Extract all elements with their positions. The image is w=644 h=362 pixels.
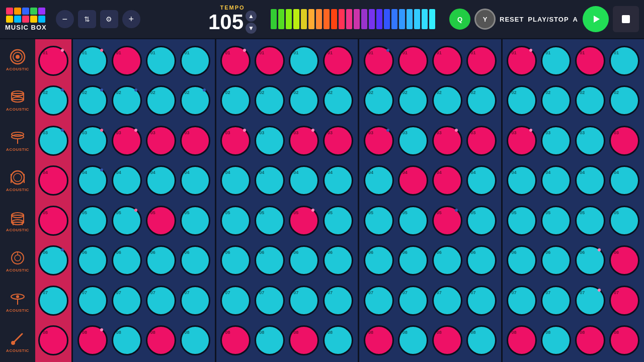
pad-s1-r1-c2[interactable]: 01 [112,46,142,76]
pad-s1-r5-c3[interactable]: 05 [146,206,176,236]
pad-s4-r4-c2[interactable]: 04 [541,165,571,196]
sidebar-item-7[interactable]: ACOUSTIC [0,281,35,321]
pad-s1-r5-c2[interactable]: 05 [112,206,142,236]
pad-s1-r1-c3[interactable]: 01 [146,46,176,76]
pad-s2-r4-c2[interactable]: 04 [255,165,285,196]
pad-s1-r4-c3[interactable]: 04 [146,165,176,196]
pad-s2-r1-c3[interactable]: 01 [289,46,319,76]
pad-s3-r1-c1[interactable]: 01 [364,46,394,76]
pad-s1-r3-c2[interactable]: 03 [112,126,142,156]
pad-s4-r6-c4[interactable]: 06 [609,245,639,276]
pad-s4-r4-c4[interactable]: 04 [609,165,639,196]
pad-s1-r8-c1[interactable]: 08 [77,325,108,355]
pad-s3-r3-c3[interactable]: 03 [432,126,462,156]
pad-s1-r2-c4[interactable]: 02 [180,85,210,116]
pad-s2-r1-c1[interactable]: 01 [220,46,251,76]
pad-s2-r8-c3[interactable]: 08 [289,325,319,355]
plus-button[interactable]: + [122,10,140,28]
pad-s1-r1-c1[interactable]: 01 [77,46,108,76]
pad-s1-r5-c1[interactable]: 05 [77,206,108,236]
pad-s3-r2-c4[interactable]: 02 [466,85,497,116]
pad-s3-r8-c2[interactable]: 08 [398,325,428,355]
sidebar-item-4[interactable]: ACOUSTIC [0,160,35,200]
pad-s1-r7-c3[interactable]: 07 [146,286,176,316]
pad-s3-r8-c1[interactable]: 08 [364,325,394,355]
pad-s1-r3-c3[interactable]: 03 [146,126,176,156]
pad-s1-r5-c4[interactable]: 05 [180,206,210,236]
pad-s4-r8-c3[interactable]: 08 [575,325,605,355]
pad-s4-r1-c4[interactable]: 01 [609,46,639,76]
pad-5-0[interactable]: 05 [38,206,68,236]
pad-s2-r7-c1[interactable]: 07 [220,286,251,316]
pad-s4-r3-c2[interactable]: 03 [541,126,571,156]
pad-s2-r7-c3[interactable]: 07 [289,286,319,316]
pad-s4-r5-c2[interactable]: 05 [541,206,571,236]
pad-s1-r3-c1[interactable]: 03 [77,126,108,156]
pad-s2-r6-c4[interactable]: 06 [323,245,353,276]
pad-s4-r4-c3[interactable]: 04 [575,165,605,196]
pad-s3-r1-c2[interactable]: 01 [398,46,428,76]
pad-s1-r2-c1[interactable]: 02 [77,85,108,116]
pad-s4-r5-c4[interactable]: 05 [609,206,639,236]
pad-s3-r5-c1[interactable]: 05 [364,206,394,236]
pad-s2-r8-c1[interactable]: 08 [220,325,251,355]
pad-s2-r1-c2[interactable]: 01 [255,46,285,76]
sort-button[interactable]: ⇅ [78,10,96,28]
pad-s2-r2-c3[interactable]: 02 [289,85,319,116]
pad-1-0[interactable]: 01 [38,46,68,76]
pad-s2-r8-c4[interactable]: 08 [323,325,353,355]
pad-s4-r8-c1[interactable]: 08 [507,325,537,355]
pad-3-0[interactable]: 03 [38,126,68,156]
sidebar-item-1[interactable]: ACOUSTIC [0,39,35,79]
pad-s4-r1-c2[interactable]: 01 [541,46,571,76]
pad-s1-r2-c2[interactable]: 02 [112,85,142,116]
pad-s3-r7-c3[interactable]: 07 [432,286,462,316]
pad-s2-r2-c4[interactable]: 02 [323,85,353,116]
pad-s3-r8-c3[interactable]: 08 [432,325,462,355]
pad-s3-r2-c3[interactable]: 02 [432,85,462,116]
pad-s2-r4-c1[interactable]: 04 [220,165,251,196]
pad-s4-r3-c1[interactable]: 03 [507,126,537,156]
pad-s2-r1-c4[interactable]: 01 [323,46,353,76]
pad-s4-r8-c4[interactable]: 08 [609,325,639,355]
pad-s3-r7-c1[interactable]: 07 [364,286,394,316]
pad-s1-r7-c1[interactable]: 07 [77,286,108,316]
settings-button[interactable]: ⚙ [100,10,118,28]
pad-s2-r3-c2[interactable]: 03 [255,126,285,156]
pad-s2-r5-c2[interactable]: 05 [255,206,285,236]
pad-s4-r7-c2[interactable]: 07 [541,286,571,316]
pad-s3-r5-c3[interactable]: 05 [432,206,462,236]
pad-s3-r5-c4[interactable]: 05 [466,206,497,236]
pad-s4-r3-c3[interactable]: 03 [575,126,605,156]
pad-s4-r6-c2[interactable]: 06 [541,245,571,276]
pad-s4-r6-c1[interactable]: 06 [507,245,537,276]
pad-s4-r7-c4[interactable]: 07 [609,286,639,316]
pad-s4-r2-c3[interactable]: 02 [575,85,605,116]
pad-s1-r6-c1[interactable]: 06 [77,245,108,276]
pad-s4-r7-c1[interactable]: 07 [507,286,537,316]
pad-s1-r8-c3[interactable]: 08 [146,325,176,355]
pad-s2-r5-c3[interactable]: 05 [289,206,319,236]
pad-s1-r7-c2[interactable]: 07 [112,286,142,316]
sidebar-item-8[interactable]: ACOUSTIC [0,321,35,361]
pad-s4-r1-c1[interactable]: 01 [507,46,537,76]
pad-s3-r7-c4[interactable]: 07 [466,286,497,316]
pad-s3-r6-c1[interactable]: 06 [364,245,394,276]
tempo-up-button[interactable]: ▲ [246,11,257,22]
pad-s1-r8-c2[interactable]: 08 [112,325,142,355]
sidebar-item-3[interactable]: ACOUSTIC [0,120,35,160]
pad-s4-r2-c2[interactable]: 02 [541,85,571,116]
pad-s3-r4-c1[interactable]: 04 [364,165,394,196]
sidebar-item-5[interactable]: ACOUSTIC [0,200,35,240]
pad-s4-r3-c4[interactable]: 03 [609,126,639,156]
pad-s1-r6-c3[interactable]: 06 [146,245,176,276]
pad-s2-r5-c1[interactable]: 05 [220,206,251,236]
pad-s2-r7-c4[interactable]: 07 [323,286,353,316]
pad-s3-r5-c2[interactable]: 05 [398,206,428,236]
pad-s4-r8-c2[interactable]: 08 [541,325,571,355]
pad-s2-r5-c4[interactable]: 05 [323,206,353,236]
pad-s1-r6-c4[interactable]: 06 [180,245,210,276]
play-indicator[interactable] [583,6,609,32]
minus-button[interactable]: − [56,10,74,28]
pad-4-0[interactable]: 04 [38,165,68,196]
